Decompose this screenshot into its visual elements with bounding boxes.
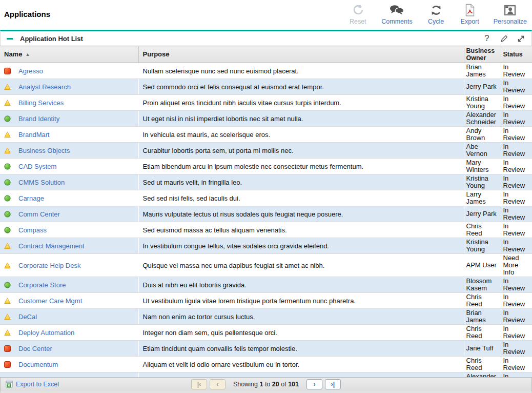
comments-button[interactable]: Comments — [381, 3, 412, 25]
status-cell: In Review — [501, 95, 532, 111]
export-button[interactable]: Export — [460, 3, 480, 25]
app-link[interactable]: CAD System — [18, 163, 56, 170]
business-owner-cell: Jerry Park — [464, 79, 501, 95]
yellow-triangle-icon — [4, 100, 11, 106]
table-row: Corporate Help DeskQuisque vel massa nec… — [0, 254, 532, 277]
sort-ascending-icon: ▲ — [25, 52, 30, 57]
export-pdf-icon — [464, 3, 476, 17]
table-row: Customer Care MgmtUt vestibulum ligula v… — [0, 293, 532, 309]
purpose-cell: Etiam bibendum arcu in ipsum molestie ne… — [138, 159, 464, 174]
status-cell: In Review — [501, 206, 532, 222]
expand-icon[interactable] — [516, 34, 525, 43]
app-link[interactable]: Documentum — [18, 361, 58, 368]
name-cell: BrandMart — [0, 127, 138, 143]
table-row: BrandMartIn vehicula est mauris, ac scel… — [0, 127, 532, 143]
status-cell: In Review — [501, 190, 532, 206]
app-link[interactable]: CMMS Solution — [18, 179, 65, 186]
purpose-cell: Proin aliquet eros tincidunt nibh iaculi… — [138, 95, 464, 111]
table-row: Billing ServicesProin aliquet eros tinci… — [0, 95, 532, 111]
name-cell: CAD System — [0, 159, 138, 174]
column-header-business-owner[interactable]: Business Owner — [464, 46, 501, 63]
app-link[interactable]: Billing Services — [18, 99, 64, 107]
yellow-triangle-icon — [4, 243, 11, 249]
purpose-cell: Duis at nibh eu elit lobortis gravida. — [138, 277, 464, 293]
app-link[interactable]: Corporate Store — [18, 281, 66, 289]
last-page-button[interactable]: ›| — [325, 379, 341, 389]
purpose-cell: Ut eget nisl in nisl imperdiet lobortis … — [138, 111, 464, 127]
page-title: Applications — [4, 10, 50, 18]
status-cell: In Review — [501, 174, 532, 190]
business-owner-cell: Kristina Young — [464, 238, 501, 254]
purpose-cell: Nullam scelerisque nunc sed nunc euismod… — [138, 63, 464, 79]
app-link[interactable]: Contract Management — [18, 242, 85, 250]
panel-title: Application Hot List — [20, 35, 83, 43]
purpose-cell: In vehicula est mauris, ac scelerisque e… — [138, 127, 464, 143]
table-row: Contract ManagementIn vestibulum congue … — [0, 238, 532, 254]
business-owner-cell: Jane Tuff — [464, 341, 501, 357]
table-row: AgressoNullam scelerisque nunc sed nunc … — [0, 63, 532, 79]
name-cell: Corporate Help Desk — [0, 254, 138, 277]
app-link[interactable]: Customer Care Mgmt — [18, 297, 82, 305]
purpose-cell: Integer non diam sem, quis pellentesque … — [138, 325, 464, 341]
app-link[interactable]: Doc Center — [18, 345, 52, 352]
app-link[interactable]: Agresso — [18, 67, 43, 75]
name-cell: Agresso — [0, 63, 138, 79]
business-owner-cell: Brian James — [464, 63, 501, 79]
purpose-cell: Mauris vulputate lectus ut risus sodales… — [138, 206, 464, 222]
status-cell: In Review — [501, 127, 532, 143]
app-link[interactable]: Carnage — [18, 194, 44, 202]
top-bar: Applications Reset Comments — [0, 0, 532, 30]
name-cell: DeCal — [0, 309, 138, 325]
column-header-purpose[interactable]: Purpose — [138, 46, 464, 63]
name-cell: Customer Care Mgmt — [0, 293, 138, 309]
table-row: Comm CenterMauris vulputate lectus ut ri… — [0, 206, 532, 222]
previous-page-button[interactable]: ‹ — [210, 379, 226, 389]
app-link[interactable]: BrandMart — [18, 131, 50, 139]
business-owner-cell: Chris Reed — [464, 293, 501, 309]
app-link[interactable]: Business Objects — [18, 147, 70, 154]
export-to-excel-link[interactable]: Export to Excel — [6, 381, 59, 388]
purpose-cell: Sed euismod massa ac tellus aliquam vene… — [138, 222, 464, 238]
business-owner-cell: APM User — [464, 254, 501, 277]
business-owner-cell: Blossom Kasem — [464, 277, 501, 293]
app-link[interactable]: Analyst Research — [18, 83, 71, 91]
yellow-triangle-icon — [4, 313, 11, 320]
personalize-button[interactable]: Personalize — [494, 3, 527, 25]
green-circle-icon — [4, 227, 11, 233]
reset-button[interactable]: Reset — [347, 3, 368, 25]
purpose-cell: Quisque vel massa nec urna dapibus feugi… — [138, 254, 464, 277]
business-owner-cell: Kristina Young — [464, 95, 501, 111]
purpose-cell: Sed commodo orci et felis consequat at e… — [138, 79, 464, 95]
green-circle-icon — [4, 282, 11, 288]
app-link[interactable]: Deploy Automation — [18, 329, 74, 337]
app-link[interactable]: Comm Center — [18, 210, 60, 218]
green-circle-icon — [4, 179, 11, 186]
red-square-icon — [4, 361, 11, 368]
green-circle-icon — [4, 115, 11, 122]
app-link[interactable]: Compass — [18, 226, 47, 234]
showing-text: Showing 1 to 20 of 101 — [233, 381, 299, 388]
cycle-icon — [429, 3, 443, 17]
business-owner-cell: Larry James — [464, 190, 501, 206]
business-owner-cell: Andy Brown — [464, 127, 501, 143]
cycle-button[interactable]: Cycle — [426, 3, 446, 25]
green-circle-icon — [4, 195, 11, 202]
red-square-icon — [4, 68, 11, 74]
name-cell: Carnage — [0, 190, 138, 206]
reset-icon — [351, 3, 364, 17]
app-link[interactable]: DeCal — [18, 313, 37, 321]
table-row: CMMS SolutionSed ut mauris velit, in fri… — [0, 174, 532, 190]
application-hot-list-panel: Application Hot List ? Name▲ — [0, 30, 532, 393]
green-circle-icon — [4, 163, 11, 170]
collapse-icon[interactable] — [7, 38, 13, 40]
app-link[interactable]: Brand Identity — [18, 115, 59, 123]
app-link[interactable]: Corporate Help Desk — [18, 262, 80, 269]
help-icon[interactable]: ? — [482, 34, 492, 43]
edit-pencil-icon[interactable] — [499, 34, 508, 43]
yellow-triangle-icon — [4, 84, 11, 90]
first-page-button[interactable]: |‹ — [191, 379, 207, 389]
column-header-status[interactable]: Status — [501, 46, 532, 63]
business-owner-cell: Jerry Park — [464, 206, 501, 222]
column-header-name[interactable]: Name▲ — [0, 46, 138, 63]
next-page-button[interactable]: › — [306, 379, 322, 389]
